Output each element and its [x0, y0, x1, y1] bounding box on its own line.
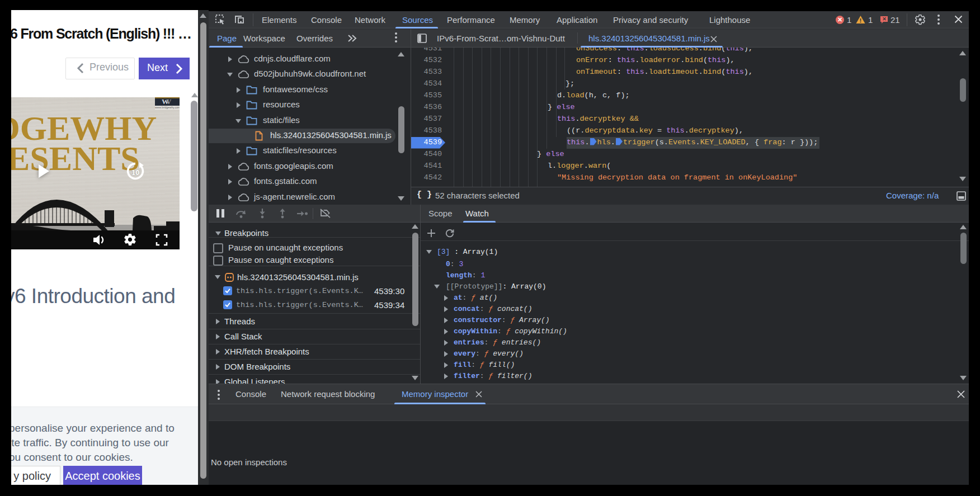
svg-text:10: 10: [131, 168, 139, 177]
svg-text:✕: ✕: [882, 16, 887, 22]
